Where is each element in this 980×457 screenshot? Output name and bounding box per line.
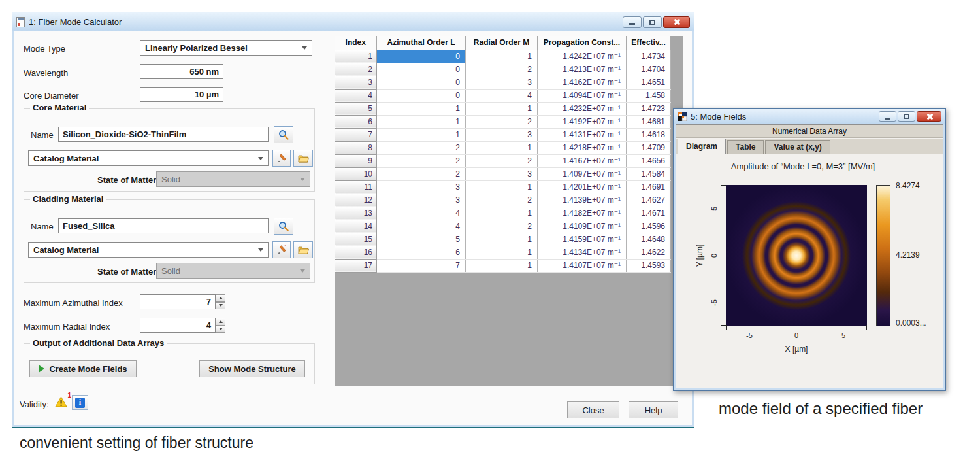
row-header[interactable]: 1 (335, 50, 377, 63)
max-azimuthal-input[interactable]: 7 (140, 294, 216, 309)
table-cell[interactable]: 1.4192E+07 m⁻¹ (538, 115, 627, 128)
table-cell[interactable]: 1 (466, 207, 538, 220)
table-cell[interactable]: 1.4593 (627, 259, 671, 272)
tab-value-at-xy[interactable]: Value at (x,y) (765, 140, 830, 154)
table-cell[interactable]: 2 (377, 167, 466, 180)
core-diameter-input[interactable]: 10 µm (140, 87, 223, 102)
row-header[interactable]: 8 (335, 141, 377, 154)
table-cell[interactable]: 1.4109E+07 m⁻¹ (538, 220, 627, 233)
table-cell[interactable]: 1.4213E+07 m⁻¹ (538, 63, 627, 76)
table-cell[interactable]: 1.4622 (627, 246, 671, 259)
table-cell[interactable]: 1.4671 (627, 207, 671, 220)
maximize-button[interactable] (643, 16, 662, 28)
mode-type-select[interactable]: Linearly Polarized Bessel (140, 40, 312, 56)
table-cell[interactable]: 1.4648 (627, 233, 671, 246)
table-cell[interactable]: 4 (377, 207, 466, 220)
table-cell[interactable]: 1 (466, 180, 538, 194)
row-header[interactable]: 15 (335, 233, 377, 246)
table-cell[interactable]: 1.4656 (627, 154, 671, 167)
core-edit-button[interactable] (272, 150, 291, 167)
table-cell[interactable]: 1.4139E+07 m⁻¹ (538, 194, 627, 207)
table-cell[interactable]: 1 (466, 259, 538, 272)
table-cell[interactable]: 1.4734 (627, 50, 671, 63)
row-header[interactable]: 14 (335, 220, 377, 233)
table-cell[interactable]: 2 (466, 194, 538, 207)
table-cell[interactable]: 0 (377, 89, 466, 102)
row-header[interactable]: 3 (335, 76, 377, 89)
table-cell[interactable]: 1 (466, 233, 538, 246)
table-cell[interactable]: 1.4097E+07 m⁻¹ (538, 167, 627, 180)
spin-up-button[interactable] (216, 318, 225, 326)
table-cell[interactable]: 3 (466, 76, 538, 89)
row-header[interactable]: 11 (335, 180, 377, 194)
table-cell[interactable]: 2 (377, 141, 466, 154)
close-button[interactable] (917, 111, 941, 122)
wavelength-input[interactable]: 650 nm (140, 64, 223, 79)
table-cell[interactable]: 1.4651 (627, 76, 671, 89)
table-cell[interactable]: 1.4709 (627, 141, 671, 154)
show-mode-structure-button[interactable]: Show Mode Structure (199, 360, 305, 377)
cladding-edit-button[interactable] (272, 241, 291, 258)
table-cell[interactable]: 3 (466, 128, 538, 141)
table-cell[interactable]: 1 (466, 102, 538, 115)
table-cell[interactable]: 1.4107E+07 m⁻¹ (538, 259, 627, 272)
table-cell[interactable]: 3 (377, 194, 466, 207)
table-cell[interactable]: 1.4131E+07 m⁻¹ (538, 128, 627, 141)
cladding-open-button[interactable] (293, 241, 313, 258)
table-cell[interactable]: 4 (466, 89, 538, 102)
table-cell[interactable]: 1.4162E+07 m⁻¹ (538, 76, 627, 89)
table-cell[interactable]: 1.4596 (627, 220, 671, 233)
table-cell[interactable]: 2 (466, 115, 538, 128)
table-cell[interactable]: 1 (466, 50, 538, 63)
table-cell[interactable]: 1.4704 (627, 63, 671, 76)
table-cell[interactable]: 1.4218E+07 m⁻¹ (538, 141, 627, 154)
maximize-button[interactable] (898, 111, 915, 122)
table-cell[interactable]: 1.4681 (627, 115, 671, 128)
row-header[interactable]: 6 (335, 115, 377, 128)
row-header[interactable]: 10 (335, 167, 377, 180)
help-button[interactable]: Help (629, 401, 678, 418)
row-header[interactable]: 13 (335, 207, 377, 220)
table-cell[interactable]: 0 (377, 76, 466, 89)
column-header-azimuthal[interactable]: Azimuthal Order L (377, 36, 466, 50)
core-name-input[interactable]: Silicon_Dioxide-SiO2-ThinFilm (58, 127, 269, 142)
table-cell[interactable]: 3 (377, 180, 466, 194)
table-cell[interactable]: 1.4627 (627, 194, 671, 207)
table-cell[interactable]: 0 (377, 63, 466, 76)
column-header-index[interactable]: Index (335, 36, 377, 50)
table-cell[interactable]: 1.4691 (627, 180, 671, 194)
table-cell[interactable]: 0 (377, 50, 466, 63)
row-header[interactable]: 12 (335, 194, 377, 207)
table-cell[interactable]: 1.4618 (627, 128, 671, 141)
column-header-propagation[interactable]: Propagation Const... (538, 36, 627, 50)
spin-down-button[interactable] (216, 302, 225, 310)
max-radial-input[interactable]: 4 (140, 318, 216, 333)
max-azimuthal-stepper[interactable] (216, 294, 225, 309)
cladding-source-select[interactable]: Catalog Material (28, 242, 269, 258)
table-cell[interactable]: 1.4242E+07 m⁻¹ (538, 50, 627, 63)
table-cell[interactable]: 1.4094E+07 m⁻¹ (538, 89, 627, 102)
table-cell[interactable]: 1 (377, 128, 466, 141)
create-mode-fields-button[interactable]: Create Mode Fields (29, 360, 137, 377)
tab-table[interactable]: Table (727, 140, 764, 154)
spin-down-button[interactable] (216, 326, 225, 333)
spin-up-button[interactable] (216, 294, 225, 302)
table-cell[interactable]: 4 (377, 220, 466, 233)
row-header[interactable]: 16 (335, 246, 377, 259)
row-header[interactable]: 5 (335, 102, 377, 115)
table-cell[interactable]: 1.4201E+07 m⁻¹ (538, 180, 627, 194)
validity-info-button[interactable]: i (72, 395, 88, 410)
column-header-effective[interactable]: Effectiv... (627, 36, 671, 50)
table-cell[interactable]: 1.4232E+07 m⁻¹ (538, 102, 627, 115)
row-header[interactable]: 9 (335, 154, 377, 167)
table-cell[interactable]: 1.4182E+07 m⁻¹ (538, 207, 627, 220)
table-cell[interactable]: 1 (466, 246, 538, 259)
table-cell[interactable]: 1.4167E+07 m⁻¹ (538, 154, 627, 167)
titlebar[interactable]: 5: Mode Fields (674, 109, 945, 124)
table-cell[interactable]: 1 (466, 141, 538, 154)
tab-diagram[interactable]: Diagram (678, 139, 726, 154)
close-dialog-button[interactable]: Close (567, 401, 619, 418)
cladding-name-input[interactable]: Fused_Silica (58, 218, 269, 233)
row-header[interactable]: 4 (335, 89, 377, 102)
table-cell[interactable]: 1.4584 (627, 167, 671, 180)
